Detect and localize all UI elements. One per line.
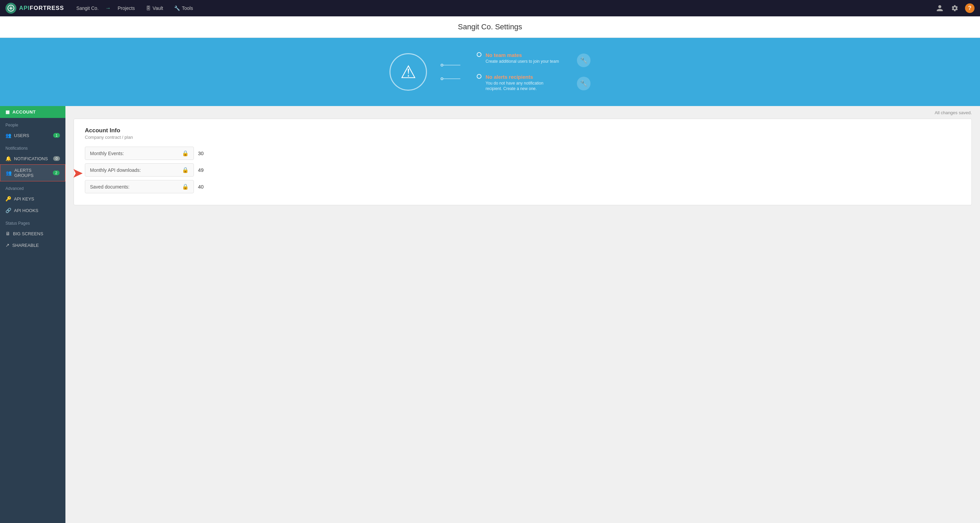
sidebar-item-shareable[interactable]: ↗ SHAREABLE: [0, 239, 65, 251]
info-field-0: Monthly Events: 🔒: [85, 147, 194, 160]
hero-connector: [441, 58, 460, 86]
alerts-groups-badge: 2: [53, 171, 60, 175]
sidebar-item-alerts-groups[interactable]: 👥 ALERTS GROUPS 2 ➤: [0, 164, 65, 182]
vault-link[interactable]: 🗄 Vault: [142, 4, 167, 12]
info-field-label-0: Monthly Events:: [90, 151, 124, 156]
hero-item-2: No alerts recipients You do not have any…: [477, 74, 560, 92]
big-screens-icon: 🖥: [5, 231, 10, 236]
app-logo[interactable]: APIFORTRESS: [5, 3, 64, 14]
notifications-icon: 🔔: [5, 156, 11, 161]
info-row-0: Monthly Events: 🔒 30: [85, 147, 961, 160]
hero-banner: ⚠ No team mates Create additional users …: [0, 38, 980, 106]
info-value-0: 30: [198, 150, 204, 156]
sidebar: ▦ ACCOUNT People 👥 USERS 1 Notifications…: [0, 106, 65, 523]
logo-text: APIFORTRESS: [19, 5, 64, 11]
sidebar-label-notifications: Notifications: [0, 141, 65, 153]
warning-icon: ⚠: [390, 53, 427, 91]
all-changes-saved: All changes saved.: [73, 110, 972, 115]
info-field-1: Monthly API downloads: 🔒: [85, 163, 194, 177]
lock-icon-0: 🔒: [182, 150, 189, 156]
sidebar-item-big-screens[interactable]: 🖥 BIG SCREENS: [0, 228, 65, 239]
settings-icon[interactable]: [950, 3, 959, 13]
notifications-badge: 0: [53, 156, 60, 161]
account-info-title: Account Info: [85, 127, 961, 134]
tools-link[interactable]: 🔧 Tools: [170, 4, 197, 12]
hero-action-btn-2[interactable]: 🔧: [577, 77, 590, 90]
tools-icon: 🔧: [174, 5, 180, 11]
shareable-icon: ↗: [5, 242, 10, 248]
info-field-label-1: Monthly API downloads:: [90, 167, 141, 173]
info-row-1: Monthly API downloads: 🔒 49: [85, 163, 961, 177]
logo-circle: [5, 3, 16, 14]
info-row-2: Saved documents: 🔒 40: [85, 180, 961, 193]
svg-point-3: [10, 8, 11, 9]
sidebar-label-advanced: Advanced: [0, 182, 65, 193]
lock-icon-1: 🔒: [182, 167, 189, 173]
hero-item1-desc: Create additional users to join your tea…: [485, 59, 559, 64]
sidebar-item-notifications[interactable]: 🔔 NOTIFICATIONS 0: [0, 153, 65, 164]
sidebar-label-people: People: [0, 118, 65, 129]
alerts-groups-icon: 👥: [6, 170, 11, 175]
user-icon[interactable]: [935, 3, 945, 13]
hero-action-btn-1[interactable]: 🔧: [577, 54, 590, 67]
topnav: APIFORTRESS Sangit Co. → Projects 🗄 Vaul…: [0, 0, 980, 16]
content-area: All changes saved. Account Info Company …: [65, 106, 980, 523]
account-info-card: Account Info Company contract / plan Mon…: [73, 119, 972, 205]
sidebar-label-status-pages: Status Pages: [0, 216, 65, 228]
info-field-label-2: Saved documents:: [90, 184, 129, 190]
sidebar-item-users[interactable]: 👥 USERS 1: [0, 129, 65, 141]
help-icon[interactable]: ?: [965, 3, 975, 13]
users-icon: 👥: [5, 132, 11, 138]
page-title: Sangit Co. Settings: [0, 16, 980, 38]
users-badge: 1: [53, 133, 60, 138]
hero-item-1: No team mates Create additional users to…: [477, 52, 560, 64]
vault-icon: 🗄: [146, 5, 151, 11]
main-layout: ▦ ACCOUNT People 👥 USERS 1 Notifications…: [0, 106, 980, 523]
info-value-2: 40: [198, 184, 204, 190]
info-value-1: 49: [198, 167, 204, 173]
topnav-right: ?: [935, 3, 975, 13]
company-arrow: →: [105, 5, 111, 11]
lock-icon-2: 🔒: [182, 183, 189, 190]
hero-info: No team mates Create additional users to…: [477, 52, 560, 92]
hero-item2-desc: You do not have any notification recipie…: [485, 80, 560, 92]
projects-link[interactable]: Projects: [113, 4, 139, 12]
api-hooks-icon: 🔗: [5, 207, 11, 213]
info-field-2: Saved documents: 🔒: [85, 180, 194, 193]
api-keys-icon: 🔑: [5, 196, 11, 201]
sidebar-account-header[interactable]: ▦ ACCOUNT: [0, 106, 65, 118]
sidebar-item-api-hooks[interactable]: 🔗 API HOOKS: [0, 204, 65, 216]
hero-actions: 🔧 🔧: [577, 54, 590, 90]
account-info-subtitle: Company contract / plan: [85, 135, 961, 140]
company-name[interactable]: Sangit Co.: [72, 4, 103, 12]
hero-item1-title: No team mates: [485, 52, 559, 58]
account-icon: ▦: [5, 110, 10, 115]
hero-item2-title: No alerts recipients: [485, 74, 560, 80]
sidebar-item-api-keys[interactable]: 🔑 API KEYS: [0, 193, 65, 204]
